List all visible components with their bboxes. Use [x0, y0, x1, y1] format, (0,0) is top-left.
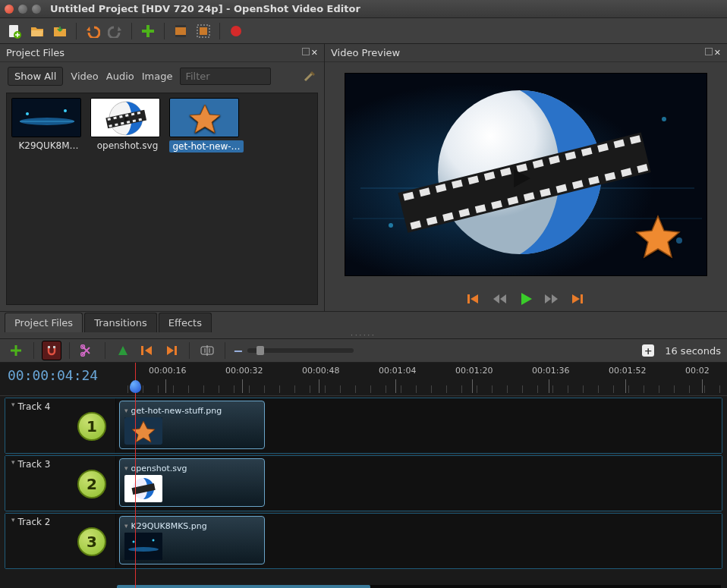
svg-point-7: [231, 26, 241, 36]
clip-name: openshot.svg: [131, 464, 187, 473]
redo-button[interactable]: [105, 21, 125, 41]
undock-icon[interactable]: [302, 48, 310, 55]
chevron-down-icon[interactable]: ▾: [124, 522, 128, 530]
next-marker-button[interactable]: [162, 341, 181, 360]
svg-rect-3: [175, 25, 186, 27]
chevron-down-icon[interactable]: ▾: [11, 401, 15, 408]
svg-rect-71: [175, 346, 177, 355]
undock-icon[interactable]: [705, 48, 713, 55]
zoom-out-icon[interactable]: −: [233, 344, 243, 358]
timeline-clip[interactable]: ▾K29QUK8MKS.png: [119, 516, 265, 564]
track-header[interactable]: ▾Track 23: [5, 514, 116, 568]
filter-audio-button[interactable]: Audio: [106, 71, 134, 82]
track-header[interactable]: ▾Track 32: [5, 456, 116, 511]
center-playhead-button[interactable]: [197, 341, 217, 360]
razor-tool-button[interactable]: [77, 341, 97, 360]
rewind-button[interactable]: [493, 291, 508, 307]
track-row[interactable]: ▾Track 32▾openshot.svg: [5, 455, 722, 511]
previous-marker-button[interactable]: [137, 341, 157, 360]
svg-rect-65: [581, 294, 583, 303]
track-row[interactable]: ▾Track 41▾get-hot-new-stuff.png: [5, 398, 722, 454]
close-panel-icon[interactable]: ✕: [311, 48, 318, 58]
undo-button[interactable]: [83, 21, 102, 41]
track-header[interactable]: ▾Track 41: [5, 398, 116, 453]
save-project-button[interactable]: [50, 21, 70, 41]
track-lane[interactable]: ▾K29QUK8MKS.png: [116, 514, 722, 568]
filter-show-all-button[interactable]: Show All: [8, 67, 63, 86]
zoom-slider[interactable]: [247, 348, 354, 353]
tracks-area[interactable]: ▾Track 41▾get-hot-new-stuff.png▾Track 32…: [0, 396, 727, 588]
chevron-down-icon[interactable]: ▾: [124, 464, 128, 472]
window-titlebar: Untitled Project [HDV 720 24p] - OpenSho…: [0, 0, 727, 18]
svg-rect-77: [124, 533, 162, 560]
add-track-button[interactable]: [6, 341, 26, 360]
add-marker-button[interactable]: [113, 341, 133, 360]
project-item[interactable]: openshot.svg: [90, 98, 165, 153]
clear-filter-icon[interactable]: [303, 69, 316, 83]
timeline-horizontal-scrollbar[interactable]: [117, 585, 721, 588]
ruler-label: 00:01:52: [609, 366, 646, 376]
ruler-label: 00:01:20: [455, 366, 493, 376]
svg-rect-66: [48, 346, 50, 348]
play-button[interactable]: [518, 291, 533, 307]
new-project-button[interactable]: [5, 21, 24, 41]
jump-start-button[interactable]: [467, 291, 482, 307]
svg-point-78: [128, 547, 159, 552]
project-files-title: Project Files: [6, 47, 65, 58]
zoom-in-icon[interactable]: +: [642, 344, 654, 357]
project-item[interactable]: get-hot-new-…: [169, 98, 244, 153]
track-row[interactable]: ▾Track 23▾K29QUK8MKS.png: [5, 513, 722, 569]
open-project-button[interactable]: [27, 21, 47, 41]
playhead-grip-icon[interactable]: [130, 380, 141, 393]
choose-profile-button[interactable]: [171, 21, 190, 41]
project-files-grid[interactable]: K29QUK8M… openshot.svg get-hot-new-…: [6, 93, 318, 305]
svg-point-11: [64, 109, 67, 112]
svg-rect-6: [200, 27, 207, 35]
timeline-clip[interactable]: ▾get-hot-new-stuff.png: [119, 401, 265, 449]
tab-project-files[interactable]: Project Files: [5, 313, 83, 332]
playback-controls: [325, 287, 727, 311]
fast-forward-button[interactable]: [544, 291, 559, 307]
filter-image-button[interactable]: Image: [142, 71, 173, 82]
clip-thumbnail: [124, 475, 162, 502]
track-lane[interactable]: ▾openshot.svg: [116, 456, 722, 511]
window-close-button[interactable]: [5, 5, 14, 14]
fullscreen-button[interactable]: [194, 21, 213, 41]
filter-video-button[interactable]: Video: [71, 71, 98, 82]
timeline-ruler[interactable]: 00:00:04:24 00:00:1600:00:3200:00:4800:0…: [0, 363, 727, 396]
preview-canvas[interactable]: [345, 73, 707, 276]
tab-transitions[interactable]: Transitions: [84, 313, 157, 332]
ruler-scale[interactable]: 00:00:1600:00:3200:00:4800:01:0400:01:20…: [115, 363, 727, 395]
timeline-toolbar: − + 16 seconds: [0, 338, 727, 363]
export-video-button[interactable]: [226, 21, 246, 41]
import-files-button[interactable]: [138, 21, 158, 41]
main-toolbar: [0, 18, 727, 44]
project-item-label: get-hot-new-…: [169, 140, 244, 153]
tab-effects[interactable]: Effects: [159, 313, 212, 332]
svg-point-80: [153, 539, 155, 542]
jump-end-button[interactable]: [570, 291, 585, 307]
project-item-label: K29QUK8M…: [11, 140, 86, 151]
timeline-clip[interactable]: ▾openshot.svg: [119, 458, 265, 507]
svg-point-10: [26, 112, 29, 115]
panel-drag-handle[interactable]: ······: [0, 332, 727, 338]
window-maximize-button[interactable]: [32, 5, 41, 14]
chevron-down-icon[interactable]: ▾: [124, 407, 128, 414]
timeline: 00:00:04:24 00:00:1600:00:3200:00:4800:0…: [0, 363, 727, 588]
filter-input[interactable]: [180, 68, 271, 85]
ruler-label: 00:02: [685, 366, 710, 376]
clip-thumbnail: [124, 533, 162, 560]
snap-toggle-button[interactable]: [42, 341, 61, 360]
clip-name: K29QUK8MKS.png: [131, 521, 207, 531]
ruler-label: 00:01:04: [379, 366, 416, 376]
close-panel-icon[interactable]: ✕: [714, 48, 721, 58]
track-lane[interactable]: ▾get-hot-new-stuff.png: [116, 398, 722, 453]
playhead-timecode: 00:00:04:24: [8, 367, 98, 383]
svg-point-29: [676, 237, 682, 244]
chevron-down-icon[interactable]: ▾: [11, 516, 15, 524]
track-name: Track 3: [18, 459, 51, 470]
chevron-down-icon[interactable]: ▾: [11, 458, 15, 466]
project-item[interactable]: K29QUK8M…: [11, 98, 86, 153]
window-minimize-button[interactable]: [18, 5, 27, 14]
track-badge: 1: [77, 412, 106, 441]
